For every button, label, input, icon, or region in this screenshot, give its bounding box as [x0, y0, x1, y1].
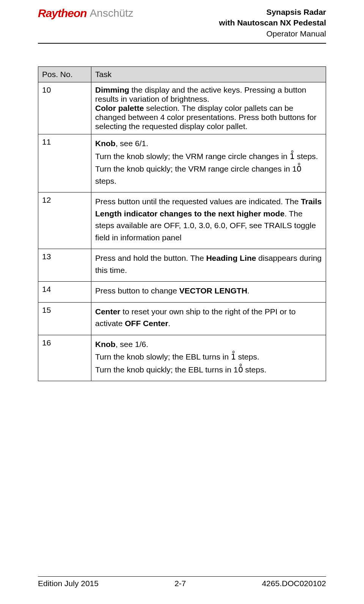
logo-block: Raytheon Anschütz [38, 7, 133, 20]
logo-brand: Raytheon [38, 7, 87, 20]
table-row: 12Press button until the requested value… [38, 192, 326, 249]
task-cell: Knob, see 1/6.Turn the knob slowly; the … [91, 335, 326, 381]
task-cell: Knob, see 6/1.Turn the knob slowly; the … [91, 134, 326, 192]
table-header-row: Pos. No. Task [38, 67, 326, 82]
task-cell: Press and hold the button. The Heading L… [91, 249, 326, 282]
doc-title-line3: Operator Manual [219, 28, 326, 39]
task-cell: Dimming the display and the active keys.… [91, 82, 326, 134]
table-row: 11Knob, see 6/1.Turn the knob slowly; th… [38, 134, 326, 192]
table-row: 15Center to reset your own ship to the r… [38, 302, 326, 335]
doc-title-line2: with Nautoscan NX Pedestal [219, 17, 326, 28]
content-area: Pos. No. Task 10Dimming the display and … [0, 66, 364, 381]
col-header-task: Task [91, 67, 326, 82]
pos-cell: 16 [38, 335, 91, 381]
doc-title-block: Synapsis Radar with Nautoscan NX Pedesta… [219, 7, 326, 39]
pos-cell: 13 [38, 249, 91, 282]
pos-cell: 11 [38, 134, 91, 192]
footer-left: Edition July 2015 [38, 579, 99, 588]
footer-right: 4265.DOC020102 [262, 579, 326, 588]
page-footer: Edition July 2015 2-7 4265.DOC020102 [38, 576, 326, 588]
pos-cell: 15 [38, 302, 91, 335]
table-row: 10Dimming the display and the active key… [38, 82, 326, 134]
pos-cell: 12 [38, 192, 91, 249]
table-row: 16Knob, see 1/6.Turn the knob slowly; th… [38, 335, 326, 381]
pos-cell: 10 [38, 82, 91, 134]
col-header-pos: Pos. No. [38, 67, 91, 82]
logo-subbrand: Anschütz [90, 7, 133, 19]
task-cell: Press button to change VECTOR LENGTH. [91, 282, 326, 303]
footer-center: 2-7 [174, 579, 186, 588]
doc-title-line1: Synapsis Radar [219, 7, 326, 17]
page-header: Raytheon Anschütz Synapsis Radar with Na… [38, 0, 326, 44]
task-cell: Press button until the requested values … [91, 192, 326, 249]
table-row: 14Press button to change VECTOR LENGTH. [38, 282, 326, 303]
pos-cell: 14 [38, 282, 91, 303]
tasks-table: Pos. No. Task 10Dimming the display and … [38, 66, 326, 381]
table-row: 13Press and hold the button. The Heading… [38, 249, 326, 282]
task-cell: Center to reset your own ship to the rig… [91, 302, 326, 335]
